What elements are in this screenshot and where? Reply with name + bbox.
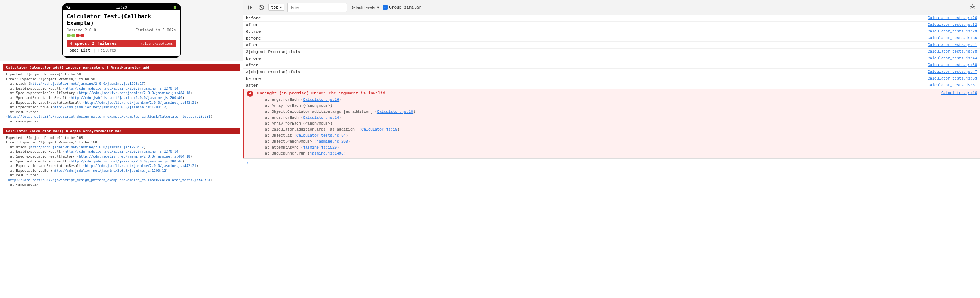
failure-expected-1: Expected '3[object Promise]' to be 58.. [6, 72, 237, 77]
console-row-11: after Calculator_tests.js:61 [243, 82, 980, 89]
tab-failures[interactable]: Failures [98, 48, 116, 52]
svg-marker-1 [250, 5, 252, 10]
failure-list: Calculator Calculator.add() integer para… [0, 61, 243, 298]
stack-line-6: at Calculator.addition.args [as addition… [256, 127, 977, 133]
jasmine-finished: Finished in 0.007s [135, 28, 176, 32]
console-row-8: after Calculator_tests.js:50 [243, 62, 980, 69]
console-row-source-3[interactable]: Calculator_tests.js:29 [928, 30, 977, 33]
stack-link-10[interactable]: jasmine.js:1496 [310, 152, 344, 156]
failure-header-1: Calculator Calculator.add() integer para… [3, 64, 240, 71]
stack-line-1: at args.forEach (Calculator.js:16) [256, 97, 977, 103]
console-row-text-5: after [246, 43, 258, 48]
stack-line-7: at Object.it (Calculator_tests.js:54) [256, 133, 977, 139]
time-display: 12:29 [116, 5, 127, 10]
failure-body-1: Expected '3[object Promise]' to be 58.. … [3, 71, 240, 125]
console-row-text-2: after [246, 23, 258, 27]
console-row-source-11[interactable]: Calculator_tests.js:61 [928, 83, 977, 87]
jasmine-title: Calculator Test.(Callback Example) [67, 13, 176, 27]
signal-icon: ▼▲ [66, 5, 71, 10]
error-row-header: 4 Uncaught (in promise) Error: The argum… [247, 90, 977, 97]
console-row-5: after Calculator_tests.js:41 [243, 42, 980, 49]
dot-2 [72, 33, 75, 37]
stack-link-4[interactable]: Calculator.js:14 [303, 116, 339, 120]
left-panel: ▼▲ 12:29 🔋 Calculator Test.(Callback Exa… [0, 0, 243, 298]
svg-line-3 [259, 6, 263, 10]
console-row-text-8: after [246, 63, 258, 68]
console-row-10: before Calculator_tests.js:53 [243, 75, 980, 82]
phone-frame: ▼▲ 12:29 🔋 Calculator Test.(Callback Exa… [62, 3, 181, 58]
default-levels-button[interactable]: Default levels ▼ [350, 5, 380, 10]
console-row-1: before Calculator_tests.js:26 [243, 15, 980, 22]
console-row-source-2[interactable]: Calculator_tests.js:32 [928, 23, 977, 27]
stack-line-2: at Array.forEach (<anonymous>) [256, 103, 977, 109]
group-similar-checkbox[interactable]: ✓ [383, 5, 388, 10]
stack-link-6[interactable]: Calculator.js:10 [361, 128, 397, 132]
error-source-link[interactable]: Calculator.js:16 [941, 90, 977, 96]
console-row-text-9: 3[object Promise]:false [246, 70, 303, 74]
play-button[interactable] [246, 3, 254, 11]
jasmine-version: Jasmine 2.0.0 [67, 28, 96, 32]
gear-icon [969, 4, 975, 10]
stack-link-9[interactable]: jasmine.js:1520 [303, 146, 337, 150]
console-row-source-6[interactable]: Calculator_tests.js:38 [928, 50, 977, 54]
stack-line-5: at Array.forEach (<anonymous>) [256, 121, 977, 127]
console-prompt-icon: › [246, 160, 248, 165]
console-row-2: after Calculator_tests.js:32 [243, 22, 980, 29]
console-row-text-7: before [246, 56, 261, 61]
devtools-toolbar: top ▼ Default levels ▼ ✓ Group similar [243, 0, 980, 15]
chevron-down-icon: ▼ [280, 6, 282, 10]
group-similar-control: ✓ Group similar [383, 5, 421, 10]
console-error-block: 4 Uncaught (in promise) Error: The argum… [243, 89, 980, 159]
console-content: before Calculator_tests.js:26 after Calc… [243, 15, 980, 298]
levels-label: Default levels [350, 5, 375, 10]
console-row-text-11: after [246, 83, 258, 88]
context-label: top [271, 5, 278, 10]
stack-line-10: at QueueRunner.run (jasmine.js:1496) [256, 151, 977, 157]
console-row-3: 6:true Calculator_tests.js:29 [243, 29, 980, 35]
failure-block-1: Calculator Calculator.add() integer para… [3, 64, 240, 125]
dot-4 [80, 33, 84, 37]
console-row-source-8[interactable]: Calculator_tests.js:50 [928, 63, 977, 67]
dot-3 [76, 33, 80, 37]
phone-status-icons: 🔋 [173, 6, 177, 10]
console-row-source-4[interactable]: Calculator_tests.js:35 [928, 36, 977, 40]
console-row-source-1[interactable]: Calculator_tests.js:26 [928, 16, 977, 20]
error-main-line: 4 Uncaught (in promise) Error: The argum… [247, 90, 388, 97]
console-row-text-1: before [246, 16, 261, 21]
console-row-7: before Calculator_tests.js:44 [243, 55, 980, 62]
console-row-text-3: 6:true [246, 30, 261, 34]
console-row-text-10: before [246, 76, 261, 81]
error-badge: 4 [247, 91, 253, 97]
levels-chevron-icon: ▼ [376, 6, 380, 10]
summary-text: 4 specs, 2 failures [70, 41, 117, 46]
phone-screen: Calculator Test.(Callback Example) Jasmi… [63, 10, 180, 56]
error-main-text: Uncaught (in promise) Error: The argumen… [257, 91, 388, 96]
console-row-source-9[interactable]: Calculator_tests.js:47 [928, 70, 977, 74]
stack-link-1[interactable]: Calculator.js:16 [303, 98, 339, 102]
settings-button[interactable] [968, 2, 977, 12]
stack-link-7[interactable]: Calculator_tests.js:54 [296, 134, 346, 138]
stack-line-4: at args.forEach (Calculator.js:14) [256, 115, 977, 121]
console-row-source-5[interactable]: Calculator_tests.js:41 [928, 43, 977, 47]
console-row-text-6: 3[object Promise]:false [246, 50, 303, 54]
stack-link-3[interactable]: Calculator.js:10 [377, 110, 413, 114]
console-row-source-7[interactable]: Calculator_tests.js:44 [928, 56, 977, 60]
group-similar-label: Group similar [389, 5, 421, 10]
console-row-source-10[interactable]: Calculator_tests.js:53 [928, 76, 977, 81]
stack-link-8[interactable]: jasmine.js:290 [317, 139, 348, 144]
failure-body-2: Expected '3[object Promise]' to be 168..… [3, 134, 240, 189]
dot-1 [67, 33, 71, 37]
jasmine-summary: 4 specs, 2 failures raise exceptions [67, 40, 176, 48]
spec-list-tabs: Spec List | Failures [67, 48, 176, 53]
tab-spec-list[interactable]: Spec List [70, 48, 90, 52]
context-selector[interactable]: top ▼ [268, 4, 285, 11]
raise-exceptions-label: raise exceptions [140, 42, 173, 46]
failure-header-2: Calculator Calculator.add() N depth Arra… [3, 128, 240, 134]
svg-point-4 [972, 6, 974, 8]
stop-button[interactable] [257, 3, 266, 11]
phone-status-bar: ▼▲ 12:29 🔋 [63, 5, 180, 10]
error-stack: at args.forEach (Calculator.js:16) at Ar… [247, 97, 977, 157]
play-icon [247, 5, 253, 10]
filter-input[interactable] [288, 3, 347, 12]
stack-line-9: at attemptAsync (jasmine.js:1520) [256, 145, 977, 151]
